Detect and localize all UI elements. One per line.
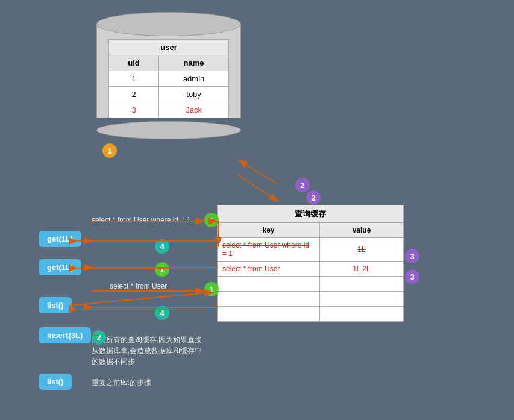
db-bottom <box>96 121 241 139</box>
cache-val-2: 1L 2L <box>319 262 403 277</box>
circle-2-top: 2 <box>295 178 310 192</box>
cache-row-5 <box>218 307 404 322</box>
circle-1-db: 1 <box>102 143 117 158</box>
circle-2-insert: 2 <box>92 330 106 345</box>
cache-val-5 <box>319 307 403 322</box>
circle-3-cache1: 3 <box>405 249 419 263</box>
note-cache-clear: 清空所有的查询缓存,因为如果直接从数据库拿,会造成数据库和缓存中的数据不同步 <box>92 334 212 367</box>
circle-1-get2: 1 <box>155 262 169 277</box>
list-send-arrow <box>69 292 214 306</box>
db-body: user uid name 1 admin 2 toby 3 Jack <box>96 24 241 118</box>
cache-key-5 <box>218 307 320 322</box>
circle-1-list: 1 <box>204 282 219 296</box>
list-button-2[interactable]: list() <box>39 374 72 390</box>
circle-4-get1: 4 <box>155 239 169 254</box>
list-button-1[interactable]: list() <box>39 297 72 313</box>
db-uid-3: 3 <box>109 102 159 118</box>
cache-to-db-arrow <box>238 160 277 184</box>
cache-col-value: value <box>319 223 403 238</box>
get1l-button-2[interactable]: get(1L) <box>39 259 81 275</box>
insert3l-button[interactable]: insert(3L) <box>39 327 91 343</box>
db-name-2: toby <box>159 87 229 102</box>
cache-val-3 <box>319 277 403 292</box>
cache-row-2: select * from User 1L 2L <box>218 262 404 277</box>
circle-4-list: 4 <box>155 306 169 320</box>
db-table: user uid name 1 admin 2 toby 3 Jack <box>108 39 229 118</box>
cache-val-4 <box>319 292 403 307</box>
db-col-uid: uid <box>109 55 159 71</box>
cache-col-key: key <box>218 223 320 238</box>
circle-3-cache2: 3 <box>405 269 419 284</box>
cache-diagram: 查询缓存 key value select * from User where … <box>217 205 404 322</box>
cache-key-3 <box>218 277 320 292</box>
circle-1-query1: 1 <box>204 213 219 227</box>
db-name-3: Jack <box>159 102 229 118</box>
db-col-name: name <box>159 55 229 71</box>
get1l-button-1[interactable]: get(1L) <box>39 231 81 247</box>
cache-row-4 <box>218 292 404 307</box>
cache-key-2: select * from User <box>218 262 320 277</box>
cache-table: 查询缓存 key value select * from User where … <box>217 205 404 322</box>
cache-key-4 <box>218 292 320 307</box>
database-diagram: user uid name 1 admin 2 toby 3 Jack <box>90 12 247 139</box>
cache-row-1: select * from User where id = 1 1L <box>218 238 404 262</box>
db-table-title: user <box>109 40 229 55</box>
table-row: 3 Jack <box>109 102 229 118</box>
db-to-cache-arrow <box>238 175 278 202</box>
circle-2-bot: 2 <box>306 190 321 205</box>
cache-val-1: 1L <box>319 238 403 262</box>
db-name-1: admin <box>159 71 229 87</box>
note-list-repeat: 重复之前list的步骤 <box>92 378 151 388</box>
table-row: 2 toby <box>109 87 229 102</box>
query-label-2: select * from User <box>110 282 167 290</box>
cache-row-3 <box>218 277 404 292</box>
db-uid-1: 1 <box>109 71 159 87</box>
cache-table-title: 查询缓存 <box>218 205 404 223</box>
db-uid-2: 2 <box>109 87 159 102</box>
cache-key-1: select * from User where id = 1 <box>218 238 320 262</box>
table-row: 1 admin <box>109 71 229 87</box>
db-top <box>96 12 241 36</box>
query-label-1: select * from User where id = 1 <box>92 216 190 224</box>
